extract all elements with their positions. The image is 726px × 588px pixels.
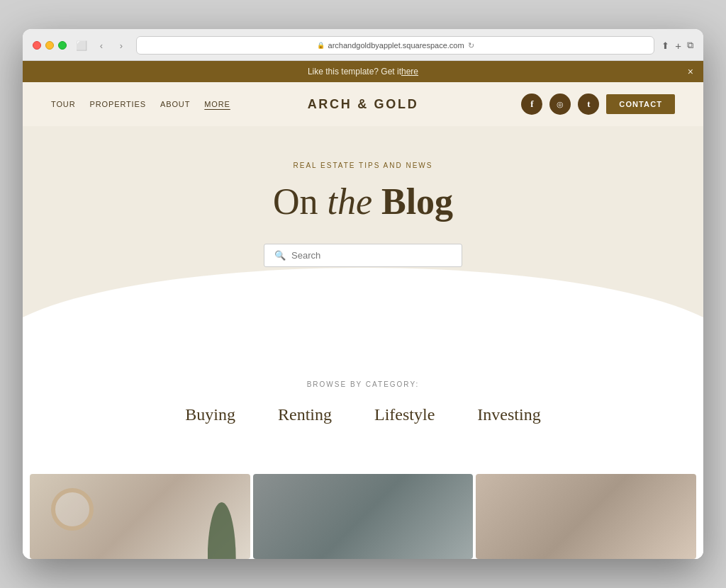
nav-left: TOUR PROPERTIES ABOUT MORE: [51, 100, 230, 108]
twitter-button[interactable]: t: [578, 94, 599, 115]
forward-button[interactable]: ›: [113, 38, 129, 53]
search-bar[interactable]: 🔍: [264, 244, 462, 267]
announcement-text: Like this template? Get it: [308, 67, 401, 77]
back-button[interactable]: ‹: [94, 38, 109, 53]
minimize-traffic-light[interactable]: [45, 41, 54, 50]
hero-title-italic: the: [327, 181, 372, 222]
hero-section: REAL ESTATE TIPS AND NEWS On the Blog 🔍: [23, 126, 703, 352]
category-investing[interactable]: Investing: [477, 405, 540, 424]
nav-right: f ◎ t CONTACT: [521, 94, 675, 115]
categories-section: BROWSE BY CATEGORY: Buying Renting Lifes…: [23, 352, 703, 474]
browser-controls: ⬜ ‹ ›: [74, 38, 129, 53]
refresh-icon[interactable]: ↻: [468, 41, 474, 50]
search-input[interactable]: [291, 250, 452, 261]
announcement-bar: Like this template? Get it here ×: [23, 61, 703, 82]
nav-item-more[interactable]: MORE: [204, 100, 230, 108]
mirror-decoration: [51, 488, 94, 531]
close-traffic-light[interactable]: [33, 41, 41, 50]
nav-item-about[interactable]: ABOUT: [160, 100, 190, 108]
website: Like this template? Get it here × TOUR P…: [23, 61, 703, 559]
category-buying[interactable]: Buying: [185, 405, 235, 424]
address-bar[interactable]: 🔒 archandgoldbyapplet.squarespace.com ↻: [136, 36, 654, 55]
site-logo[interactable]: ARCH & GOLD: [308, 97, 419, 112]
facebook-button[interactable]: f: [521, 94, 542, 115]
instagram-button[interactable]: ◎: [549, 94, 571, 115]
nav-item-tour[interactable]: TOUR: [51, 100, 75, 108]
url-text: archandgoldbyapplet.squarespace.com: [328, 41, 464, 50]
search-icon: 🔍: [274, 250, 286, 261]
category-renting[interactable]: Renting: [278, 405, 332, 424]
lock-icon: 🔒: [317, 42, 325, 49]
hero-title: On the Blog: [51, 181, 675, 222]
maximize-traffic-light[interactable]: [58, 41, 67, 50]
announcement-close-button[interactable]: ×: [688, 66, 693, 77]
announcement-link[interactable]: here: [401, 67, 418, 77]
category-list: Buying Renting Lifestyle Investing: [51, 405, 675, 424]
hero-subtitle: REAL ESTATE TIPS AND NEWS: [51, 162, 675, 169]
nav-item-properties[interactable]: PROPERTIES: [89, 100, 146, 108]
browser-chrome: ⬜ ‹ › 🔒 archandgoldbyapplet.squarespace.…: [23, 29, 703, 61]
browse-label: BROWSE BY CATEGORY:: [51, 380, 675, 388]
blog-images: [23, 474, 703, 559]
traffic-lights: [33, 41, 67, 50]
tabs-icon[interactable]: ⧉: [687, 40, 693, 51]
main-nav: TOUR PROPERTIES ABOUT MORE ARCH & GOLD f…: [23, 82, 703, 126]
browser-actions: ⬆ + ⧉: [661, 40, 693, 52]
blog-image-2[interactable]: [253, 474, 474, 559]
blog-image-3[interactable]: [476, 474, 696, 559]
sidebar-toggle-button[interactable]: ⬜: [74, 38, 89, 53]
new-tab-icon[interactable]: +: [675, 40, 681, 52]
blog-image-1[interactable]: [30, 474, 250, 559]
browser-window: ⬜ ‹ › 🔒 archandgoldbyapplet.squarespace.…: [23, 29, 703, 559]
plant-decoration: [208, 502, 236, 559]
contact-button[interactable]: CONTACT: [606, 94, 675, 114]
hero-title-prefix: On: [273, 181, 328, 222]
share-icon[interactable]: ⬆: [661, 40, 669, 51]
category-lifestyle[interactable]: Lifestyle: [374, 405, 435, 424]
hero-title-suffix: Blog: [372, 181, 453, 222]
